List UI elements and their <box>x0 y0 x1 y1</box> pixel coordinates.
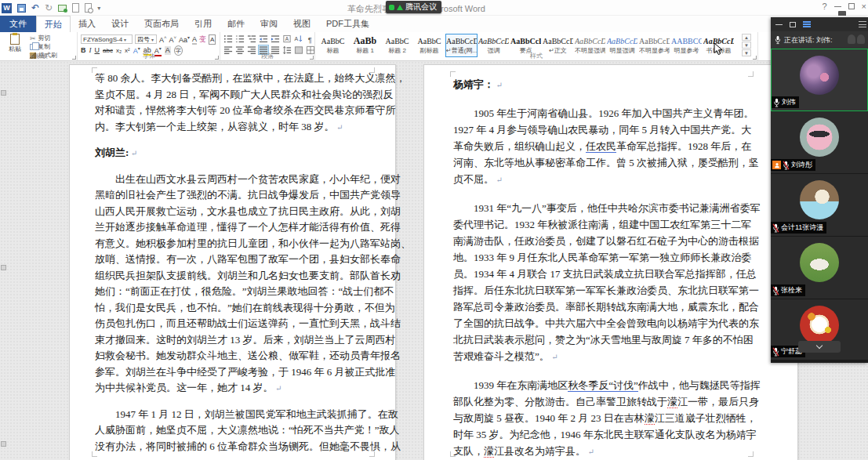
doc-line: 没有办法，将同时被捕的 6 位革命群众当场铡死。但她毫不畏惧，从 <box>95 439 373 455</box>
doc-line: 妇救会秘书。她发动群众斗地主、送公粮、做军鞋，还动员青年报名 <box>95 348 373 364</box>
panel-menu-icon[interactable] <box>859 21 866 27</box>
meeting-panel: 正在讲话: 刘伟: 刘伟 刘诗彤 会计11张诗漫 张栓来 宁舒蕊 <box>771 17 868 363</box>
paragraph-dialog-launcher[interactable] <box>310 56 314 60</box>
panel-maximize-icon[interactable] <box>790 22 796 27</box>
save-icon[interactable] <box>17 4 26 13</box>
change-case-button[interactable]: Aa▾ <box>179 34 190 45</box>
print-preview-icon[interactable] <box>85 3 92 13</box>
phonetic-guide-button[interactable]: 变 <box>199 35 206 44</box>
doc-line: 1947 年 1 月 12 日，刘胡兰被国民党军和地主武装抓捕了。在敌 <box>95 407 373 423</box>
meeting-floating-badge[interactable]: 腾讯会议 <box>386 1 441 13</box>
tab-file[interactable]: 文件 <box>0 16 36 32</box>
doc-line: 杨靖宇： ↵ <box>453 76 750 92</box>
paragraph: 1939 年在东南满地区秋冬季反“讨伐”作战中，他与魏拯民等指挥部队化整为零、分… <box>453 377 750 459</box>
document-page-1[interactable]: 等 80 余人。李大钊备受酷刑，在监狱中，在法庭上，始终大义凛然，坚贞不屈。4 … <box>69 64 396 460</box>
tab-插入[interactable]: 插入 <box>71 16 104 32</box>
scissors-icon: ✂ <box>30 35 36 42</box>
style-preview: AaBbCcD <box>446 36 477 46</box>
participant-name: 刘伟 <box>782 97 796 107</box>
tab-视图[interactable]: 视图 <box>285 16 318 32</box>
undo-icon[interactable]: ↶ <box>31 2 39 13</box>
style-preview: AABBCCI <box>671 36 702 46</box>
document-area: 等 80 余人。李大钊备受酷刑，在监狱中，在法庭上，始终大义凛然，坚贞不屈。4 … <box>0 61 868 460</box>
meeting-panel-header <box>771 17 868 31</box>
bullets-icon[interactable] <box>223 34 234 44</box>
participant-tile-宁舒蕊[interactable]: 宁舒蕊 <box>771 299 868 360</box>
gallery-view-icon[interactable] <box>803 21 811 27</box>
character-border-button[interactable]: A <box>209 34 216 45</box>
sort-icon[interactable]: A <box>293 34 304 44</box>
asian-layout-icon[interactable]: A <box>281 34 292 44</box>
doc-line: 怕，我们是女民兵，也不怕。”她们在前线表现得十分勇敢，不但为 <box>95 300 373 317</box>
minimize-icon[interactable] <box>834 6 841 7</box>
paste-icon <box>10 34 20 45</box>
styles-group: AaBbC标题AaBb标题 1AaBbC标题 2AaBbC副标题AaBbCcD↵… <box>315 32 758 60</box>
font-size-combobox[interactable]: 四号▾ <box>135 34 157 44</box>
font-name-combobox[interactable]: FZYaSongS-4▾ <box>81 34 133 44</box>
tab-PDF工具集[interactable]: PDF工具集 <box>318 16 377 32</box>
copy-button[interactable]: 复制 <box>30 43 57 50</box>
doc-line: 贞不屈。 ↵ <box>453 171 750 187</box>
mic-status-icon <box>389 5 394 10</box>
participant-tile-刘伟[interactable]: 刘伟 <box>771 49 868 111</box>
qat-dropdown-icon[interactable]: ▾ <box>97 5 100 12</box>
numbering-icon[interactable] <box>234 34 245 44</box>
doc-line: 南满游击队，任政治委员，创建了以磐石红石砬子为中心的游击根据 <box>453 233 750 249</box>
mail-icon[interactable] <box>58 5 67 12</box>
doc-line: 支队，濛江县改名为靖宇县。 ↵ <box>453 443 750 459</box>
new-document-icon[interactable] <box>72 3 79 13</box>
participant-name: 会计11张诗漫 <box>781 223 823 233</box>
participant-chip: 会计11张诗漫 <box>771 222 826 234</box>
collapse-videos-button[interactable] <box>798 341 841 353</box>
show-marks-icon[interactable]: ¶ <box>305 34 316 44</box>
tab-邮件[interactable]: 邮件 <box>220 16 252 32</box>
close-icon[interactable]: × <box>862 2 866 11</box>
gallery-up-icon[interactable]: ▲ <box>742 34 751 41</box>
doc-line: 束才撤回来。这时的刘胡兰才 13 岁。后来，刘胡兰当上了云周西村 <box>95 332 373 349</box>
document-page-2[interactable]: 杨靖宇： ↵ 1905 年生于河南省确山县。1926 年加入中国共产主义青年团。… <box>423 64 798 460</box>
tab-审阅[interactable]: 审阅 <box>252 16 285 32</box>
shrink-font-button[interactable]: A˅ <box>169 34 177 45</box>
participant-tile-张栓来[interactable]: 张栓来 <box>771 237 868 299</box>
style-preview: AaBbC <box>318 36 348 46</box>
doc-line: 地。1933 年 9 月任东北人民革命军第一军第一独立师师长兼政治委 <box>453 249 750 266</box>
doc-line: 内。李大钊第一个走上绞架，从容就义，时年 38 岁。 ↵ <box>95 119 373 136</box>
doc-line: 她们：“前面正在打仗，很危险。”刘胡兰果敢地回答：“战士们都不 <box>95 284 373 300</box>
redo-icon[interactable]: ↻ <box>45 2 53 13</box>
grow-font-button[interactable]: A˄ <box>159 34 167 45</box>
tab-开始[interactable]: 开始 <box>36 16 71 32</box>
tab-页面布局[interactable]: 页面布局 <box>136 16 187 32</box>
indent-increase-icon[interactable] <box>270 34 281 44</box>
tab-设计[interactable]: 设计 <box>104 16 136 32</box>
participant-chip: 刘伟 <box>772 96 799 108</box>
clipboard-dialog-launcher[interactable] <box>72 56 76 60</box>
margin-marker <box>1 441 6 447</box>
styles-dialog-launcher[interactable] <box>753 56 757 60</box>
doc-line: 部队化整为零、分散游击。自己率警卫旅转战于濛江一带，最后只身 <box>453 393 750 410</box>
cut-button[interactable]: ✂剪切 <box>30 34 57 42</box>
doc-line: 等 80 余人。李大钊备受酷刑，在监狱中，在法庭上，始终大义凛然， <box>95 71 373 87</box>
help-icon[interactable]: ? <box>822 2 826 11</box>
panel-minimize-icon[interactable] <box>775 24 783 25</box>
participant-tile-刘诗彤[interactable]: 刘诗彤 <box>771 111 868 174</box>
indent-decrease-icon[interactable] <box>258 34 269 44</box>
doc-line: 为中共候补党员。这一年，她才 14 岁。 ↵ <box>95 380 373 397</box>
doc-line: 坚贞不屈。4 月 28 日，军阀不顾广大人民群众和社会舆论的强烈反 <box>95 87 373 103</box>
gallery-down-icon[interactable]: ▼ <box>742 42 751 49</box>
clear-formatting-button[interactable]: A <box>192 35 197 44</box>
paragraph: 1947 年 1 月 12 日，刘胡兰被国民党军和地主武装抓捕了。在敌人威胁面前… <box>95 407 373 455</box>
doc-line: 黑暗的旧社会产生了强烈的不满。抗日战争爆发后，中国共产党领导 <box>95 187 373 204</box>
paragraph-group: AA¶ 段落 <box>220 32 315 60</box>
paragraph: 1931 年“九一八”事变后，他任中共哈尔滨市委书记兼满洲省委军委代理书记。19… <box>453 200 750 364</box>
participant-avatar <box>800 118 839 157</box>
doc-line: 1905 年生于河南省确山县。1926 年加入中国共产主义青年团。 <box>453 105 750 121</box>
multilevel-icon[interactable] <box>246 34 257 44</box>
style-preview: AaBbC <box>414 36 445 46</box>
restore-icon[interactable] <box>848 3 855 9</box>
tab-引用[interactable]: 引用 <box>187 16 220 32</box>
doc-line: 河南、东北等地从事秘密革命工作。曾 5 次被捕入狱，屡受酷刑，坚 <box>453 154 750 171</box>
speaking-label: 正在讲话: 刘伟: <box>784 35 833 45</box>
font-dialog-launcher[interactable] <box>215 56 219 60</box>
participant-tile-会计11张诗漫[interactable]: 会计11张诗漫 <box>771 174 868 237</box>
ribbon-tab-row: 文件 开始插入设计页面布局引用邮件审阅视图PDF工具集 <box>0 16 868 32</box>
